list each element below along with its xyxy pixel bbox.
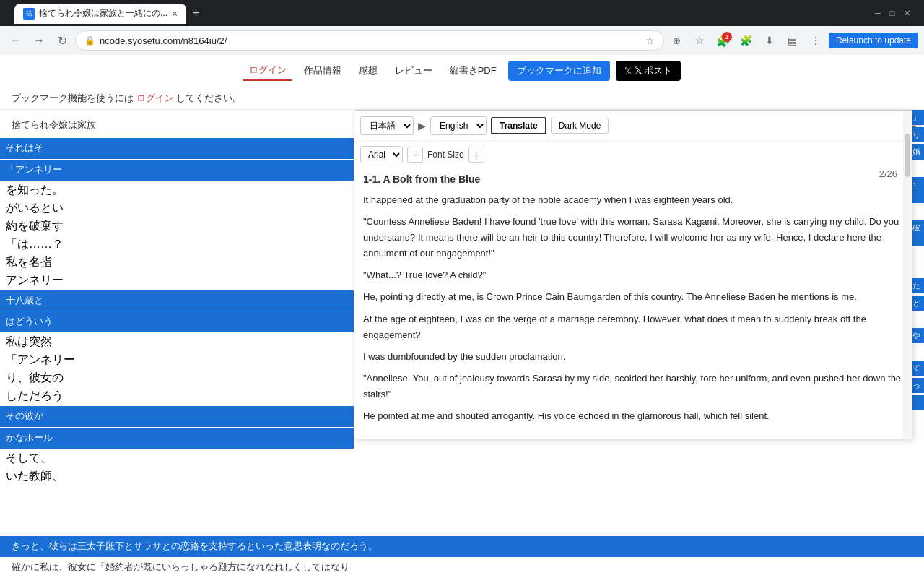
browser-nav-bar: ← → ↻ 🔒 ncode.syosetu.com/n8164iu/2/ ☆ ⊕… [0,26,924,55]
font-family-select[interactable]: Arial [360,146,403,163]
tab-favicon: 捨 [23,8,35,20]
source-language-select[interactable]: 日本語 [360,116,414,135]
review-link[interactable]: 感想 [353,61,383,80]
addon-button[interactable]: 🧩 1 [713,30,733,51]
forward-icon: → [33,34,45,47]
jp-line-8: 「アンネリー [0,351,354,369]
popup-paragraph-8: He pointed at me and shouted arrogantly.… [363,408,903,424]
jp-line-10: しただろう [0,387,354,405]
popup-paragraph-6: I was dumbfounded by the sudden proclama… [363,349,903,365]
bookmark-button[interactable]: ☆ [690,30,710,51]
restore-button[interactable]: □ [886,7,898,19]
page-content: ログイン 作品情報 感想 レビュー 縦書きPDF ブックマークに追加 𝕏 𝕏 ポ… [0,55,924,578]
popup-paragraph-4: He, pointing directly at me, is Crown Pr… [363,289,903,305]
new-tab-button[interactable]: + [186,3,206,24]
jp-line-2: がいるとい [0,199,354,217]
jp-highlight-3: 十八歳と [0,290,354,311]
post-button[interactable]: 𝕏 𝕏 ポスト [616,61,681,81]
popup-paragraph-7: "Anneliese. You, out of jealousy towards… [363,371,903,402]
sidebar-icon: ▤ [788,35,797,46]
menu-icon: ⋮ [811,35,821,46]
jp-line-6: アンネリー [0,272,354,290]
font-size-increase-button[interactable]: + [468,147,484,163]
translate-button[interactable]: Translate [491,117,546,134]
font-size-decrease-button[interactable]: - [407,147,423,163]
close-button[interactable]: ✕ [901,7,912,19]
site-nav: ログイン 作品情報 感想 レビュー 縦書きPDF ブックマークに追加 𝕏 𝕏 ポ… [0,55,924,87]
bookmark-notice-text-after: してください。 [176,92,242,103]
back-icon: ← [10,34,22,47]
address-text: ncode.syosetu.com/n8164iu/2/ [100,35,641,46]
address-bar[interactable]: 🔒 ncode.syosetu.com/n8164iu/2/ ☆ [75,30,664,51]
forward-button[interactable]: → [29,30,49,51]
jp-line-9: り、彼女の [0,369,354,387]
tab-bar: 捨 捨てられ令嬢は家族と一緒にの... × + [14,3,869,24]
popup-scrollbar[interactable] [903,111,912,439]
jp-highlight-6: かなホール [0,428,354,449]
arrow-icon: ▶ [418,120,426,131]
popup-paragraph-5: At the age of eighteen, I was on the ver… [363,311,903,343]
add-bookmark-button[interactable]: ブックマークに追加 [508,61,610,81]
relaunch-button[interactable]: Relaunch to update [829,33,918,48]
jp-highlight-1: それはそ [0,138,354,159]
reload-button[interactable]: ↻ [52,30,72,51]
popup-font-row: Arial - Font Size + [354,142,912,168]
chapter-title: 1-1. A Bolt from the Blue [363,173,903,185]
bookmark-icon: ☆ [695,35,705,46]
review2-link[interactable]: レビュー [389,61,438,80]
jp-highlight-2: 「アンネリー [0,160,354,181]
dark-mode-button[interactable]: Dark Mode [551,118,609,134]
pdf-link[interactable]: 縦書きPDF [444,61,502,80]
reload-icon: ↻ [58,34,67,48]
browser-title-bar: 捨 捨てられ令嬢は家族と一緒にの... × + ─ □ ✕ [0,0,924,26]
japanese-column: 捨てられ令嬢は家族 それはそ 「アンネリー を知った。 がいるとい 約を破棄す … [0,110,354,578]
jp-line-1: を知った。 [0,181,354,199]
bookmark-notice-login-link[interactable]: ログイン [136,92,174,103]
popup-header: 日本語 ▶ English Translate Dark Mode [354,111,912,142]
jp-highlight-5: その彼が [0,406,354,427]
menu-button[interactable]: ⋮ [806,30,826,51]
popup-text: It happened at the graduation party of t… [363,192,903,424]
bookmark-notice-text-before: ブックマーク機能を使うには [12,92,134,103]
jp-line-12: いた教師、 [0,467,354,486]
jp-line-7: 私は突然 [0,333,354,351]
extensions-button[interactable]: 🧩 [736,30,757,51]
addon-badge: 1 [722,32,732,42]
popup-scrollbar-thumb[interactable] [905,134,910,177]
minimize-button[interactable]: ─ [872,7,884,19]
address-star-icon: ☆ [645,35,655,46]
translation-popup: 日本語 ▶ English Translate Dark Mode Arial … [354,110,912,439]
popup-paragraph-2: "Countess Anneliese Baden! I have found … [363,214,903,262]
translate-icon: ⊕ [673,35,681,46]
info-link[interactable]: 作品情報 [298,61,347,80]
download-icon: ⬇ [765,35,774,46]
login-link[interactable]: ログイン [243,61,292,81]
jp-line-11: そして、 [0,449,354,467]
download-button[interactable]: ⬇ [759,30,780,51]
popup-content[interactable]: 1-1. A Bolt from the Blue It happened at… [354,168,912,439]
jp-line-3: 約を破棄す [0,217,354,236]
translate-page-button[interactable]: ⊕ [667,30,687,51]
addon-container: 🧩 1 [713,30,733,51]
tab-close-button[interactable]: × [172,8,178,20]
browser-actions: ⊕ ☆ 🧩 1 🧩 ⬇ ▤ ⋮ Relaunch to update [667,30,918,51]
bottom-line-2: 確かに私は、彼女に「婚約者が既にいらっしゃる殿方になれなれしくしてはなり [0,557,924,578]
puzzle-icon: 🧩 [740,35,752,46]
bottom-highlights: きっと、彼らは王太子殿下とサラサとの恋路を支持するといった意思表明なのだろう。 … [0,536,924,578]
main-layout: 捨てられ令嬢は家族 それはそ 「アンネリー を知った。 がいるとい 約を破棄す … [0,110,924,578]
jp-line-4: 「は……？ [0,236,354,254]
bookmark-notice: ブックマーク機能を使うには ログイン してください。 [0,87,924,110]
target-language-select[interactable]: English [430,116,487,135]
jp-line-5: 私を名指 [0,254,354,272]
page-number: 2/26 [879,168,897,179]
sidebar-button[interactable]: ▤ [783,30,803,51]
popup-paragraph-1: It happened at the graduation party of t… [363,192,903,208]
tab-title: 捨てられ令嬢は家族と一緒にの... [39,7,167,20]
jp-highlight-4: はどういう [0,311,354,332]
back-button[interactable]: ← [6,30,26,51]
bottom-highlight-line-1: きっと、彼らは王太子殿下とサラサとの恋路を支持するといった意思表明なのだろう。 [0,536,924,557]
lock-icon: 🔒 [84,35,95,46]
font-size-label: Font Size [427,150,464,160]
japanese-title: 捨てられ令嬢は家族 [0,116,354,137]
active-tab[interactable]: 捨 捨てられ令嬢は家族と一緒にの... × [14,4,186,24]
